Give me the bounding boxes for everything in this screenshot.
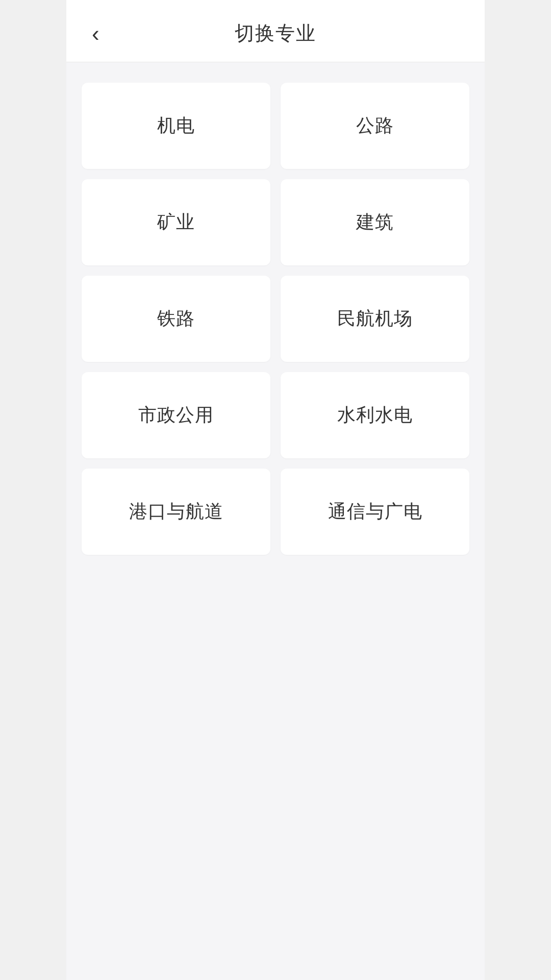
grid-item-tongxin[interactable]: 通信与广电	[281, 469, 469, 555]
grid-item-label-shizheng: 市政公用	[138, 403, 214, 428]
grid-item-label-tielu: 铁路	[157, 306, 195, 331]
app-container: ‹ 切换专业 机电公路矿业建筑铁路民航机场市政公用水利水电港口与航道通信与广电	[66, 0, 485, 980]
grid-item-tielu[interactable]: 铁路	[82, 276, 270, 362]
grid-item-shizheng[interactable]: 市政公用	[82, 372, 270, 458]
grid-item-label-jidian: 机电	[157, 113, 195, 138]
content-area: 机电公路矿业建筑铁路民航机场市政公用水利水电港口与航道通信与广电	[66, 62, 485, 575]
page-title: 切换专业	[235, 20, 316, 46]
grid-item-jidian[interactable]: 机电	[82, 83, 270, 169]
header: ‹ 切换专业	[66, 0, 485, 62]
grid-item-label-gangkou: 港口与航道	[129, 499, 223, 524]
specialty-grid: 机电公路矿业建筑铁路民航机场市政公用水利水电港口与航道通信与广电	[82, 83, 469, 555]
grid-item-shuili[interactable]: 水利水电	[281, 372, 469, 458]
grid-item-gangkou[interactable]: 港口与航道	[82, 469, 270, 555]
grid-item-label-gonglu: 公路	[356, 113, 394, 138]
grid-item-jianzhu[interactable]: 建筑	[281, 179, 469, 265]
grid-item-kuangye[interactable]: 矿业	[82, 179, 270, 265]
grid-item-gonglu[interactable]: 公路	[281, 83, 469, 169]
grid-item-label-kuangye: 矿业	[157, 210, 195, 235]
grid-item-minhang[interactable]: 民航机场	[281, 276, 469, 362]
grid-item-label-jianzhu: 建筑	[356, 210, 394, 235]
grid-item-label-tongxin: 通信与广电	[328, 499, 422, 524]
grid-item-label-minhang: 民航机场	[337, 306, 413, 331]
back-button[interactable]: ‹	[92, 22, 99, 45]
grid-item-label-shuili: 水利水电	[337, 403, 413, 428]
